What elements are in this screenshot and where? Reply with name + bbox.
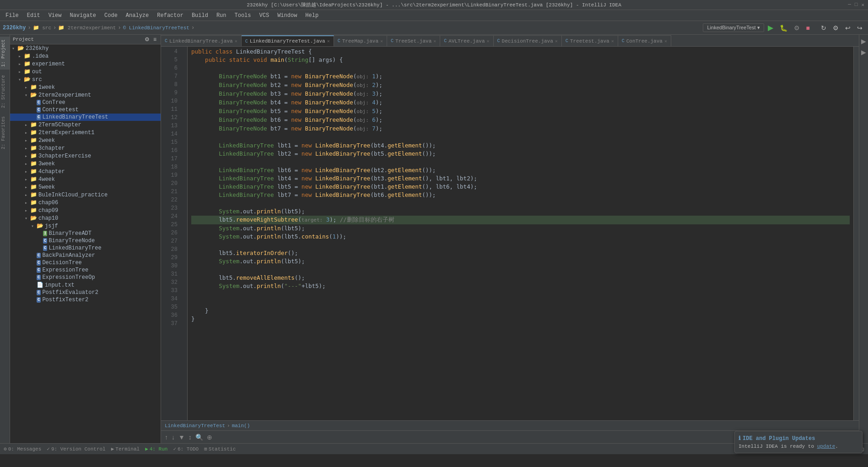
- tree-item-experiment[interactable]: ▸📁experiment: [10, 60, 161, 68]
- tab-close-icon[interactable]: ✕: [433, 38, 436, 44]
- menu-item-run[interactable]: Run: [213, 11, 230, 20]
- right-btn-2[interactable]: ▶: [860, 48, 867, 57]
- menu-item-code[interactable]: Code: [101, 11, 121, 20]
- tree-item-4week[interactable]: ▸📁4week: [10, 175, 161, 183]
- settings-btn[interactable]: ⚙: [830, 23, 841, 33]
- tree-item-PostfixEvaluator2[interactable]: CPostfixEvaluator2: [10, 289, 161, 296]
- run-button[interactable]: ▶: [765, 22, 776, 33]
- tree-item-ExpressionTreeOp[interactable]: CExpressionTreeOp: [10, 274, 161, 281]
- tree-item-3chapter[interactable]: ▸📁3chapter: [10, 144, 161, 152]
- tree-item-2term2experiment[interactable]: ▾📂2term2experiment: [10, 91, 161, 99]
- project-tab[interactable]: 1: Project: [0, 37, 10, 70]
- menu-item-window[interactable]: Window: [274, 11, 301, 20]
- tree-item-4chapter[interactable]: ▸📁4chapter: [10, 168, 161, 175]
- tree-item-BinaryTreeNode[interactable]: CBinaryTreeNode: [10, 237, 161, 244]
- redo-btn[interactable]: ↪: [854, 23, 865, 33]
- tab-close-icon[interactable]: ✕: [611, 38, 614, 44]
- tab-Treetestjava[interactable]: CTreetest.java✕: [562, 35, 618, 46]
- stop-button[interactable]: ■: [803, 23, 813, 33]
- tree-item-1week[interactable]: ▸📁1week: [10, 83, 161, 91]
- tree-item-3chapterExercise[interactable]: ▸📁3chapterExercise: [10, 152, 161, 160]
- filter-btn[interactable]: ▼: [178, 434, 185, 441]
- tab-TreeMapjava[interactable]: CTreeMap.java✕: [334, 35, 387, 46]
- run-config-dropdown[interactable]: LinkedBinaryTreeTest ▾: [703, 23, 764, 32]
- tab-AVLTreejava[interactable]: CAVLTree.java✕: [440, 35, 493, 46]
- statistic-status[interactable]: ⊞ Statistic: [204, 446, 236, 452]
- breadcrumb-class[interactable]: LinkedBinaryTreeTest: [165, 423, 225, 429]
- tree-item-out[interactable]: ▸📁out: [10, 68, 161, 76]
- right-scrollbar[interactable]: [853, 47, 859, 420]
- run-status[interactable]: ▶ 4: Run: [145, 446, 167, 452]
- tree-item-.idea[interactable]: ▸📁.idea: [10, 52, 161, 60]
- next-result-btn[interactable]: ↓: [172, 434, 175, 441]
- experiment-breadcrumb[interactable]: 📁 2term2experiment: [58, 25, 116, 31]
- version-control-status[interactable]: ✓ 9: Version Control: [47, 446, 105, 452]
- tree-item-ConTree[interactable]: CConTree: [10, 99, 161, 106]
- tree-item-Contreetest[interactable]: CContreetest: [10, 106, 161, 114]
- tree-item-input.txt[interactable]: 📄input.txt: [10, 281, 161, 289]
- menu-item-refactor[interactable]: Refactor: [153, 11, 187, 20]
- messages-status[interactable]: ⚙ 0: Messages: [4, 446, 41, 452]
- tree-item-jsjf[interactable]: ▾📂jsjf: [10, 222, 161, 230]
- tab-close-icon[interactable]: ✕: [664, 38, 667, 44]
- tree-item-chap06[interactable]: ▸📁chap06: [10, 199, 161, 206]
- code-editor[interactable]: 4567891011121314151617181920212223242526…: [161, 47, 859, 420]
- update-btn[interactable]: ↻: [818, 23, 829, 33]
- tab-ConTreejava[interactable]: CConTree.java✕: [618, 35, 671, 46]
- project-settings-btn[interactable]: ⚙: [143, 36, 151, 43]
- menu-item-help[interactable]: Help: [302, 11, 322, 20]
- expand-btn[interactable]: ↕: [189, 434, 192, 441]
- search-history-btn[interactable]: 🔍: [195, 434, 203, 441]
- tab-DecisionTreejava[interactable]: CDecisionTree.java✕: [494, 35, 562, 46]
- tree-item-BinaryTreeADT[interactable]: IBinaryTreeADT: [10, 230, 161, 237]
- debug-button[interactable]: 🐛: [777, 23, 790, 33]
- menu-item-view[interactable]: View: [45, 11, 65, 20]
- menu-item-navigate[interactable]: Navigate: [66, 11, 100, 20]
- update-link[interactable]: update: [817, 444, 836, 449]
- tree-item-BuleInkCloud_practice[interactable]: ▸📁BuleInkCloud_practice: [10, 191, 161, 199]
- menu-item-tools[interactable]: Tools: [231, 11, 255, 20]
- breadcrumb-method[interactable]: main(): [232, 423, 250, 429]
- file-breadcrumb[interactable]: © LinkedBinaryTreeTest: [123, 25, 189, 31]
- favorites-tab[interactable]: 2: Favorites: [0, 114, 10, 152]
- structure-tab[interactable]: 2: Structure: [0, 72, 10, 111]
- tree-item-LinkedBinaryTreeTest[interactable]: CLinkedBinaryTreeTest: [10, 114, 161, 121]
- menu-item-edit[interactable]: Edit: [23, 11, 44, 20]
- tab-LinkedBinaryTreejava[interactable]: CLinkedBinaryTree.java✕: [161, 35, 242, 46]
- tab-close-icon[interactable]: ✕: [380, 38, 383, 44]
- tree-item-2Term5Chapter[interactable]: ▸📁2Term5Chapter: [10, 121, 161, 129]
- tab-LinkedBinaryTreeTestjava[interactable]: CLinkedBinaryTreeTest.java✕: [242, 35, 334, 46]
- project-gear-btn[interactable]: ≡: [152, 36, 158, 43]
- undo-btn[interactable]: ↩: [842, 23, 853, 33]
- terminal-status[interactable]: ▶ Terminal: [111, 446, 140, 452]
- tree-item-2326khy[interactable]: ▾📂2326khy: [10, 44, 161, 52]
- minimize-btn[interactable]: ─: [848, 2, 851, 8]
- tree-item-DecisionTree[interactable]: CDecisionTree: [10, 259, 161, 266]
- tree-item-BackPainAnalyzer[interactable]: CBackPainAnalyzer: [10, 252, 161, 259]
- tab-close-icon[interactable]: ✕: [235, 38, 237, 44]
- tab-close-icon[interactable]: ✕: [555, 38, 558, 44]
- tree-item-5week[interactable]: ▸📁5week: [10, 183, 161, 191]
- tree-item-3week[interactable]: ▸📁3week: [10, 160, 161, 168]
- tree-item-chap10[interactable]: ▾📂chap10: [10, 214, 161, 222]
- run-with-coverage-button[interactable]: ⚙: [791, 23, 803, 33]
- right-btn-1[interactable]: ▶: [860, 37, 867, 46]
- tab-TreeSetjava[interactable]: CTreeSet.java✕: [387, 35, 440, 46]
- tree-item-2termExperiement1[interactable]: ▸📁2termExperiement1: [10, 129, 161, 136]
- src-breadcrumb[interactable]: 📁 src: [33, 25, 51, 31]
- prev-result-btn[interactable]: ↑: [165, 434, 168, 441]
- tab-close-icon[interactable]: ✕: [487, 38, 490, 44]
- tab-close-icon[interactable]: ✕: [327, 38, 330, 44]
- tree-item-chap09[interactable]: ▸📁chap09: [10, 206, 161, 214]
- menu-item-vcs[interactable]: VCS: [256, 11, 273, 20]
- project-label[interactable]: 2326khy: [3, 25, 26, 31]
- todo-status[interactable]: ✓ 6: TODO: [173, 446, 199, 452]
- menu-item-file[interactable]: File: [2, 11, 22, 20]
- close-btn[interactable]: ✕: [861, 2, 864, 8]
- menu-item-build[interactable]: Build: [188, 11, 212, 20]
- more-btn[interactable]: ⊕: [207, 434, 212, 441]
- tree-item-ExpressionTree[interactable]: CExpressionTree: [10, 266, 161, 274]
- menu-item-analyze[interactable]: Analyze: [122, 11, 152, 20]
- maximize-btn[interactable]: □: [855, 2, 858, 8]
- tree-item-src[interactable]: ▾📂src: [10, 76, 161, 83]
